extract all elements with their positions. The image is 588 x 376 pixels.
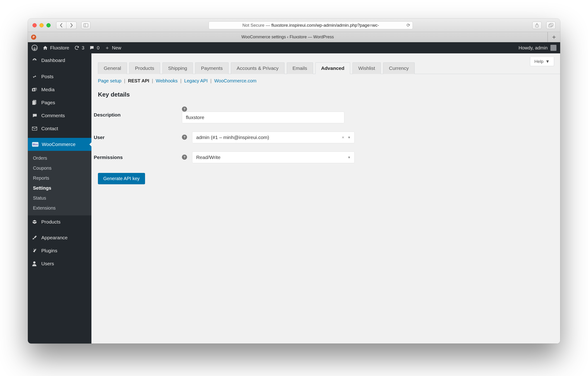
tab-payments[interactable]: Payments <box>195 63 228 74</box>
tab-currency[interactable]: Currency <box>383 63 414 74</box>
tabs-button[interactable] <box>546 21 556 29</box>
svg-rect-0 <box>84 23 88 27</box>
sidebar-item-comments[interactable]: Comments <box>28 109 91 122</box>
section-title: Key details <box>98 91 560 98</box>
submenu-settings[interactable]: Settings <box>28 183 91 193</box>
back-button[interactable] <box>56 21 66 29</box>
plugin-icon <box>32 248 38 253</box>
woocommerce-icon: Woo <box>32 142 39 147</box>
sidebar-item-woocommerce[interactable]: Woo WooCommerce <box>28 138 91 151</box>
clear-icon[interactable]: × <box>342 135 344 140</box>
sidebar-item-label: WooCommerce <box>42 142 75 147</box>
submenu-status[interactable]: Status <box>28 193 91 203</box>
sidebar-item-plugins[interactable]: Plugins <box>28 244 91 257</box>
share-button[interactable] <box>532 21 542 29</box>
wc-settings-tabs: General Products Shipping Payments Accou… <box>98 62 560 74</box>
submenu-extensions[interactable]: Extensions <box>28 203 91 213</box>
new-content-menu[interactable]: ＋ New <box>105 44 121 51</box>
sidebar-item-media[interactable]: Media <box>28 83 91 96</box>
sidebar-item-contact[interactable]: Contact <box>28 122 91 135</box>
new-tab-button[interactable]: + <box>548 32 560 42</box>
tab-emails[interactable]: Emails <box>287 63 313 74</box>
submenu-orders[interactable]: Orders <box>28 153 91 163</box>
updates-icon <box>74 45 79 50</box>
forward-button[interactable] <box>66 21 77 29</box>
chevron-right-icon <box>70 23 73 28</box>
svg-rect-3 <box>549 24 552 27</box>
tab-wishlist[interactable]: Wishlist <box>352 63 381 74</box>
tab-general[interactable]: General <box>98 63 127 74</box>
updates-menu[interactable]: 3 <box>74 45 84 51</box>
help-icon[interactable]: ? <box>182 155 187 160</box>
svg-rect-4 <box>550 23 553 26</box>
sidebar-item-dashboard[interactable]: Dashboard <box>28 53 91 67</box>
permissions-label: Permissions <box>91 147 180 167</box>
sidebar-item-label: Dashboard <box>41 58 65 63</box>
products-icon <box>32 219 38 225</box>
sidebar-item-posts[interactable]: Posts <box>28 70 91 83</box>
site-name: Fluxstore <box>50 45 69 51</box>
help-label: Help <box>534 59 544 64</box>
browser-window: ⓘ Not Secure — fluxstore.inspireui.com/w… <box>28 19 560 344</box>
window-minimize-button[interactable] <box>40 23 44 27</box>
browser-tab[interactable]: P WooCommerce settings ‹ Fluxstore — Wor… <box>28 32 548 42</box>
chevron-down-icon: ▼ <box>348 155 351 159</box>
reload-button[interactable]: ⟳ <box>407 22 410 28</box>
media-icon <box>32 87 38 92</box>
permissions-select[interactable]: Read/Write ▼ <box>192 151 355 163</box>
pin-icon <box>32 74 38 79</box>
avatar <box>550 45 556 51</box>
sidebar-item-pages[interactable]: Pages <box>28 96 91 109</box>
svg-point-11 <box>33 261 35 264</box>
safari-tabbar: P WooCommerce settings ‹ Fluxstore — Wor… <box>28 32 560 42</box>
wordpress-logo-icon <box>32 45 38 51</box>
tab-shipping[interactable]: Shipping <box>162 63 193 74</box>
generate-api-key-button[interactable]: Generate API key <box>98 173 145 184</box>
account-menu[interactable]: Howdy, admin <box>519 45 556 51</box>
tab-accounts[interactable]: Accounts & Privacy <box>231 63 284 74</box>
comments-menu[interactable]: 0 <box>89 45 99 51</box>
tab-title: WooCommerce settings ‹ Fluxstore — WordP… <box>241 35 334 40</box>
sidebar-item-label: Contact <box>41 126 58 131</box>
sidebar-item-label: Posts <box>41 74 54 79</box>
user-label: User <box>91 128 180 147</box>
help-icon[interactable]: ? <box>182 135 187 140</box>
subnav-page-setup[interactable]: Page setup <box>98 78 121 83</box>
pages-icon <box>32 100 38 105</box>
description-label: Description <box>91 102 180 128</box>
woocommerce-submenu: Orders Coupons Reports Settings Status E… <box>28 151 91 215</box>
submenu-reports[interactable]: Reports <box>28 173 91 183</box>
help-icon[interactable]: ? <box>182 107 187 112</box>
sidebar-item-label: Products <box>41 219 61 225</box>
subnav-rest-api[interactable]: REST API <box>128 78 149 83</box>
comment-icon <box>32 113 38 118</box>
sidebar-item-users[interactable]: Users <box>28 257 91 270</box>
address-bar[interactable]: Not Secure — fluxstore.inspireui.com/wp-… <box>209 21 413 29</box>
description-input[interactable] <box>182 112 344 123</box>
sidebar-toggle-button[interactable] <box>81 21 91 29</box>
tab-products[interactable]: Products <box>129 63 160 74</box>
wp-admin-sidebar: Dashboard Posts Media Pages Comment <box>28 53 91 344</box>
wc-subnav: Page setup | REST API | Webhooks | Legac… <box>98 78 560 84</box>
site-name-menu[interactable]: Fluxstore <box>43 45 69 51</box>
user-select[interactable]: admin (#1 – minh@inspireui.com) × ▼ <box>192 132 355 143</box>
chevron-left-icon <box>60 23 63 28</box>
wp-logo-menu[interactable] <box>32 45 38 51</box>
sidebar-item-products[interactable]: Products <box>28 215 91 228</box>
submenu-coupons[interactable]: Coupons <box>28 163 91 173</box>
help-tab[interactable]: Help ▼ <box>530 57 554 66</box>
sidebar-item-appearance[interactable]: Appearance <box>28 231 91 244</box>
window-close-button[interactable] <box>32 23 37 27</box>
wp-admin-bar: Fluxstore 3 0 ＋ New <box>28 42 560 53</box>
wp-body: Dashboard Posts Media Pages Comment <box>28 53 560 344</box>
brush-icon <box>32 235 38 240</box>
subnav-legacy-api[interactable]: Legacy API <box>184 78 208 83</box>
updates-count: 3 <box>82 45 84 51</box>
subnav-webhooks[interactable]: Webhooks <box>156 78 178 83</box>
wp-content: Help ▼ General Products Shipping Payment… <box>91 53 560 344</box>
window-zoom-button[interactable] <box>46 23 51 27</box>
user-select-value: admin (#1 – minh@inspireui.com) <box>196 135 342 140</box>
plus-icon: ＋ <box>105 44 110 51</box>
subnav-woocommerce-com[interactable]: WooCommerce.com <box>214 78 256 83</box>
tab-advanced[interactable]: Advanced <box>315 63 350 74</box>
